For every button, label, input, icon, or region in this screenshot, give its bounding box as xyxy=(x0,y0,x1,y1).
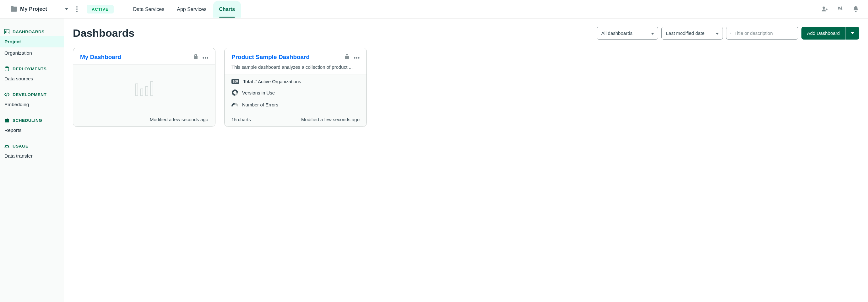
svg-point-0 xyxy=(76,6,78,7)
svg-point-2 xyxy=(76,11,78,12)
dashboard-card-title[interactable]: My Dashboard xyxy=(80,54,193,61)
sidebar-item-reports[interactable]: Reports xyxy=(0,125,64,136)
dashboard-card: Product Sample Dashboard This sample das… xyxy=(224,48,367,127)
project-menu-button[interactable] xyxy=(73,5,81,13)
svg-point-18 xyxy=(358,57,359,58)
add-dashboard-caret-button[interactable] xyxy=(845,27,859,39)
invite-user-icon[interactable] xyxy=(821,6,828,12)
project-selector[interactable]: My Project xyxy=(11,6,69,12)
svg-point-14 xyxy=(205,57,206,58)
svg-point-7 xyxy=(5,67,9,68)
dashboard-cards: My Dashboard Mo xyxy=(73,48,859,127)
chevron-down-icon xyxy=(64,7,69,11)
dashboard-card: My Dashboard Mo xyxy=(73,48,215,127)
main-nav-tabs: Data Services App Services Charts xyxy=(127,1,242,18)
svg-point-16 xyxy=(354,57,355,58)
database-icon xyxy=(4,66,9,71)
card-description: This sample dashboard analyzes a collect… xyxy=(224,64,367,74)
metric-label: Total # Active Organizations xyxy=(243,79,301,84)
tab-app-services[interactable]: App Services xyxy=(170,1,213,18)
folder-icon xyxy=(11,7,17,11)
metric-row: Number of Errors xyxy=(231,101,360,108)
tab-data-services[interactable]: Data Services xyxy=(127,1,171,18)
status-badge: ACTIVE xyxy=(87,5,114,13)
activity-icon[interactable] xyxy=(837,6,843,12)
page-header: Dashboards All dashboards Last modified … xyxy=(73,27,859,39)
search-icon xyxy=(730,30,732,36)
metric-label: Versions in Use xyxy=(242,90,275,95)
chevron-down-icon xyxy=(716,30,719,36)
gauge-chart-icon xyxy=(231,101,238,108)
page-title: Dashboards xyxy=(73,27,593,39)
add-dashboard-button[interactable]: Add Dashboard xyxy=(801,27,845,39)
sidebar-heading-deployments: DEPLOYMENTS xyxy=(0,64,64,73)
svg-rect-11 xyxy=(7,118,8,119)
metric-label: Number of Errors xyxy=(242,102,278,107)
empty-chart-icon xyxy=(135,81,153,96)
card-menu-button[interactable] xyxy=(203,54,208,60)
svg-rect-4 xyxy=(5,31,6,33)
svg-point-1 xyxy=(76,8,78,10)
filter-dashboards-select[interactable]: All dashboards xyxy=(597,27,658,39)
card-menu-button[interactable] xyxy=(354,54,360,60)
donut-chart-icon xyxy=(231,89,238,96)
lock-icon xyxy=(193,54,198,60)
metric-row: Versions in Use xyxy=(231,89,360,96)
gauge-icon xyxy=(4,143,9,148)
sidebar-item-data-transfer[interactable]: Data transfer xyxy=(0,150,64,162)
notifications-icon[interactable] xyxy=(852,6,859,12)
sidebar-item-project[interactable]: Project xyxy=(0,36,64,47)
calendar-icon xyxy=(4,118,9,123)
sidebar-heading-scheduling: SCHEDULING xyxy=(0,116,64,125)
svg-point-12 xyxy=(7,147,7,148)
metric-number-badge: 100 xyxy=(231,79,239,84)
top-bar: My Project ACTIVE Data Services App Serv… xyxy=(0,0,868,19)
svg-point-15 xyxy=(207,57,208,58)
sidebar-item-data-sources[interactable]: Data sources xyxy=(0,73,64,85)
chevron-down-icon xyxy=(651,30,654,36)
search-field-wrap[interactable] xyxy=(726,27,798,39)
svg-rect-5 xyxy=(7,30,7,33)
main-content: Dashboards All dashboards Last modified … xyxy=(64,19,868,302)
card-modified: Modified a few seconds ago xyxy=(150,117,208,122)
svg-point-17 xyxy=(356,57,358,58)
sidebar: DASHBOARDS Project Organization DEPLOYME… xyxy=(0,19,64,302)
sidebar-heading-dashboards: DASHBOARDS xyxy=(0,27,64,36)
sidebar-item-organization[interactable]: Organization xyxy=(0,47,64,59)
card-modified: Modified a few seconds ago xyxy=(301,117,360,122)
svg-rect-9 xyxy=(5,119,9,120)
svg-rect-6 xyxy=(8,32,8,33)
sidebar-heading-development: DEVELOPMENT xyxy=(0,90,64,99)
sidebar-heading-usage: USAGE xyxy=(0,142,64,150)
add-dashboard-group: Add Dashboard xyxy=(801,27,859,39)
sidebar-item-embedding[interactable]: Embedding xyxy=(0,99,64,110)
card-chart-count: 15 charts xyxy=(231,117,301,122)
code-icon xyxy=(4,92,9,97)
svg-rect-10 xyxy=(6,118,6,119)
sort-select[interactable]: Last modified date xyxy=(661,27,723,39)
lock-icon xyxy=(344,54,349,60)
tab-charts[interactable]: Charts xyxy=(213,1,242,18)
sort-value: Last modified date xyxy=(666,30,705,36)
dashboard-card-title[interactable]: Product Sample Dashboard xyxy=(231,54,344,61)
metric-row: 100 Total # Active Organizations xyxy=(231,79,360,84)
svg-point-13 xyxy=(203,57,204,58)
dashboard-icon xyxy=(4,29,9,34)
filter-dashboards-value: All dashboards xyxy=(601,30,632,36)
topbar-right xyxy=(821,6,859,12)
search-input[interactable] xyxy=(735,30,794,36)
project-name: My Project xyxy=(20,6,47,12)
card-preview-empty xyxy=(73,64,215,112)
card-preview-list: 100 Total # Active Organizations Version… xyxy=(224,74,367,112)
